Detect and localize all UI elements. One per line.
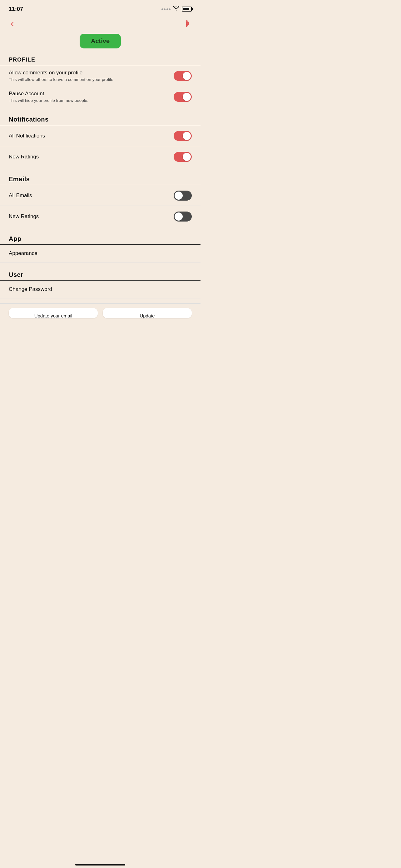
profile-section-header: PROFILE (0, 54, 201, 65)
new-ratings-emails-row: New Ratings (0, 206, 201, 226)
back-button[interactable] (9, 21, 15, 28)
user-section-title: User (9, 271, 23, 278)
notifications-section: Notifications All Notifications New Rati… (0, 113, 201, 167)
pause-account-desc: This will hide your profile from new peo… (9, 98, 169, 103)
user-section-header: User (0, 268, 201, 281)
new-ratings-emails-toggle[interactable] (174, 212, 192, 221)
all-emails-toggle-thumb (175, 191, 183, 200)
status-bar: 11:07 (0, 0, 201, 16)
notifications-section-title: Notifications (9, 116, 49, 123)
all-notifications-row: All Notifications (0, 125, 201, 146)
svg-point-0 (186, 23, 187, 24)
pause-account-info: Pause Account This will hide your profil… (9, 91, 169, 103)
appearance-label: Appearance (9, 250, 37, 256)
update-button[interactable]: Update (103, 308, 192, 318)
new-ratings-emails-label: New Ratings (9, 213, 39, 220)
app-section-title: App (9, 235, 21, 242)
profile-section-title: PROFILE (9, 57, 35, 63)
allow-comments-desc: This will allow others to leave a commen… (9, 77, 169, 82)
new-ratings-notifications-row: New Ratings (0, 146, 201, 167)
status-time: 11:07 (9, 6, 23, 12)
pause-account-toggle-thumb (183, 93, 191, 101)
emails-section: Emails All Emails New Ratings (0, 173, 201, 226)
allow-comments-toggle-thumb (183, 72, 191, 80)
all-emails-toggle[interactable] (174, 191, 192, 200)
nav-bar (0, 16, 201, 31)
new-ratings-emails-toggle-thumb (175, 213, 183, 221)
notifications-section-header: Notifications (0, 113, 201, 125)
all-emails-row: All Emails (0, 185, 201, 206)
new-ratings-notifications-label: New Ratings (9, 154, 39, 160)
pause-account-row: Pause Account This will hide your profil… (0, 86, 201, 107)
wifi-icon (173, 6, 179, 12)
radar-icon (181, 18, 192, 30)
new-ratings-notifications-toggle[interactable] (174, 152, 192, 162)
new-ratings-notifications-toggle-thumb (183, 153, 191, 161)
change-password-row[interactable]: Change Password (0, 281, 201, 299)
all-notifications-label: All Notifications (9, 133, 45, 139)
allow-comments-toggle[interactable] (174, 71, 192, 81)
signal-icon (162, 8, 170, 10)
appearance-row[interactable]: Appearance (0, 245, 201, 262)
all-emails-label: All Emails (9, 192, 32, 199)
status-icons (162, 6, 192, 12)
pause-account-toggle[interactable] (174, 92, 192, 102)
app-section: App Appearance (0, 232, 201, 262)
active-badge: Active (80, 34, 121, 49)
allow-comments-info: Allow comments on your profile This will… (9, 70, 169, 82)
allow-comments-label: Allow comments on your profile (9, 70, 169, 76)
allow-comments-row: Allow comments on your profile This will… (0, 65, 201, 86)
update-email-button[interactable]: Update your email (9, 308, 98, 318)
change-password-label: Change Password (9, 286, 52, 292)
app-section-header: App (0, 232, 201, 245)
all-notifications-toggle-thumb (183, 132, 191, 140)
emails-section-title: Emails (9, 176, 30, 183)
pause-account-label: Pause Account (9, 91, 169, 97)
emails-section-header: Emails (0, 173, 201, 185)
battery-icon (182, 6, 192, 11)
all-notifications-toggle[interactable] (174, 131, 192, 141)
bottom-actions: Update your email Update (0, 303, 201, 322)
user-section: User Change Password (0, 268, 201, 299)
active-badge-container: Active (0, 34, 201, 49)
